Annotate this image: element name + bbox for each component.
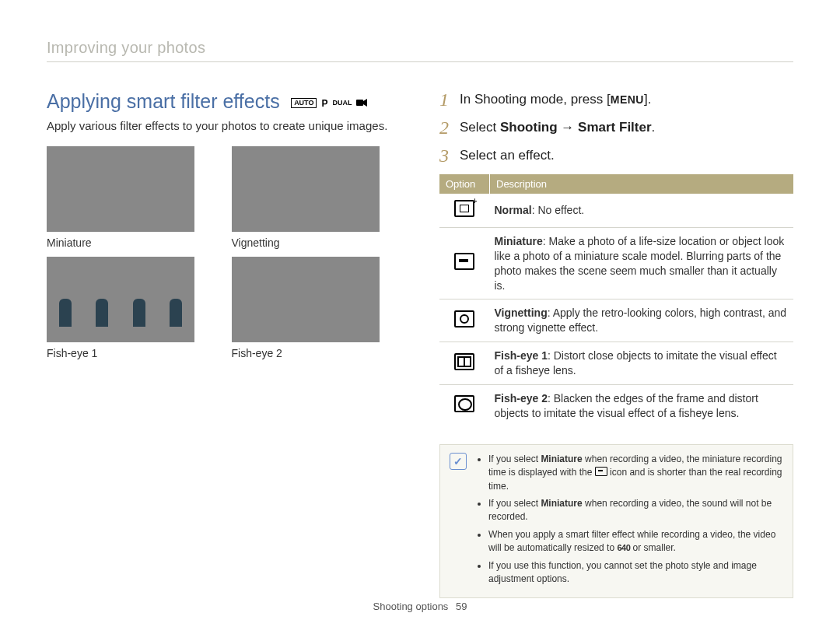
step-2-text-e: . [652, 120, 656, 135]
step-3: 3 Select an effect. [439, 146, 793, 165]
n1a: If you select [488, 454, 541, 464]
icon-vignetting [439, 299, 490, 342]
row-fisheye2: Fish-eye 2: Blacken the edges of the fra… [439, 385, 793, 427]
content-columns: Applying smart filter effects AUTO P DUA… [47, 90, 793, 598]
note-item-2: If you select Miniature when recording a… [488, 497, 783, 524]
row-fisheye1: Fish-eye 1: Distort close objects to imi… [439, 342, 793, 385]
icon-normal [439, 194, 490, 227]
desc-normal: Normal: No effect. [490, 194, 794, 227]
step-2-shooting: Shooting [500, 120, 558, 135]
sample-fisheye2: Fish-eye 2 [232, 257, 401, 359]
step-2-text: Select Shooting → Smart Filter. [460, 118, 655, 137]
mode-p-icon: P [321, 99, 327, 108]
page-number: 59 [456, 601, 467, 612]
title-fisheye1: Fish-eye 1 [495, 349, 548, 362]
breadcrumb: Improving your photos [47, 39, 793, 62]
sample-fisheye1: Fish-eye 1 [47, 257, 216, 359]
row-miniature: Miniature: Make a photo of a life-size l… [439, 227, 793, 299]
step-2-smartfilter: Smart Filter [578, 120, 651, 135]
left-column: Applying smart filter effects AUTO P DUA… [47, 90, 401, 598]
note-item-4: If you use this function, you cannot set… [488, 559, 783, 587]
title-normal: Normal [495, 204, 532, 216]
res-640-label: 640 [617, 543, 630, 552]
page-footer: Shooting options 59 [0, 601, 840, 612]
n2a: If you select [488, 498, 541, 509]
sample-miniature: Miniature [47, 146, 216, 249]
icon-miniature [439, 227, 490, 299]
note-box: ✓ If you select Miniature when recording… [439, 444, 793, 599]
title-miniature: Miniature [495, 235, 543, 247]
icon-fisheye2 [439, 385, 490, 427]
options-table: Option Description Normal: No effect. Mi… [439, 174, 793, 427]
title-vignetting: Vignetting [495, 306, 548, 319]
step-2-arrow: → [558, 120, 578, 135]
mode-dual-icon: DUAL [332, 100, 352, 107]
icon-fisheye1 [439, 342, 490, 385]
n1bold: Miniature [541, 454, 582, 464]
thumb-fisheye2 [232, 257, 380, 342]
desc-fisheye1: Fish-eye 1: Distort close objects to imi… [490, 342, 794, 385]
note-item-1: If you select Miniature when recording a… [488, 453, 783, 493]
caption-fisheye1: Fish-eye 1 [47, 347, 216, 359]
caption-miniature: Miniature [47, 236, 216, 249]
caption-fisheye2: Fish-eye 2 [232, 347, 401, 359]
step-1-text-b: ]. [644, 92, 651, 107]
step-1-text: In Shooting mode, press [MENU]. [460, 90, 651, 109]
title-fisheye2: Fish-eye 2 [495, 392, 548, 405]
step-1: 1 In Shooting mode, press [MENU]. [439, 90, 793, 109]
note-list: If you select Miniature when recording a… [476, 453, 783, 590]
caption-vignetting: Vignetting [232, 236, 401, 249]
page-title: Applying smart filter effects [47, 90, 280, 113]
sample-grid: Miniature Vignetting Fish-eye 1 Fish-eye… [47, 146, 401, 359]
desc-fisheye2: Fish-eye 2: Blacken the edges of the fra… [490, 385, 794, 427]
mode-auto-icon: AUTO [291, 98, 317, 108]
text-normal: : No effect. [532, 204, 584, 216]
intro-text: Apply various filter effects to your pho… [47, 119, 401, 132]
miniature-rec-icon [595, 467, 607, 476]
note-item-3: When you apply a smart filter effect whi… [488, 528, 783, 555]
step-3-text: Select an effect. [460, 146, 555, 165]
mode-icons: AUTO P DUAL [291, 98, 367, 108]
mode-video-icon [356, 99, 367, 108]
note-icon: ✓ [450, 453, 467, 470]
desc-vignetting: Vignetting: Apply the retro-looking colo… [490, 299, 794, 342]
step-2-text-a: Select [460, 120, 500, 135]
step-2: 2 Select Shooting → Smart Filter. [439, 118, 793, 137]
step-2-number: 2 [439, 118, 460, 137]
footer-section: Shooting options [373, 601, 449, 612]
thumb-miniature [47, 146, 194, 232]
menu-button-label: MENU [611, 93, 644, 106]
manual-page: Improving your photos Applying smart fil… [0, 0, 840, 634]
svg-rect-0 [356, 100, 363, 106]
step-1-text-a: In Shooting mode, press [ [460, 92, 611, 107]
th-description: Description [490, 174, 794, 194]
thumb-vignetting [232, 146, 380, 232]
n3b: or smaller. [630, 542, 676, 553]
thumb-fisheye1 [47, 257, 194, 342]
step-1-number: 1 [439, 90, 460, 109]
row-normal: Normal: No effect. [439, 194, 793, 227]
n2bold: Miniature [541, 498, 582, 509]
row-vignetting: Vignetting: Apply the retro-looking colo… [439, 299, 793, 342]
desc-miniature: Miniature: Make a photo of a life-size l… [490, 227, 794, 299]
step-3-number: 3 [439, 146, 460, 165]
th-option: Option [439, 174, 490, 194]
sample-vignetting: Vignetting [232, 146, 401, 249]
right-column: 1 In Shooting mode, press [MENU]. 2 Sele… [439, 90, 793, 598]
